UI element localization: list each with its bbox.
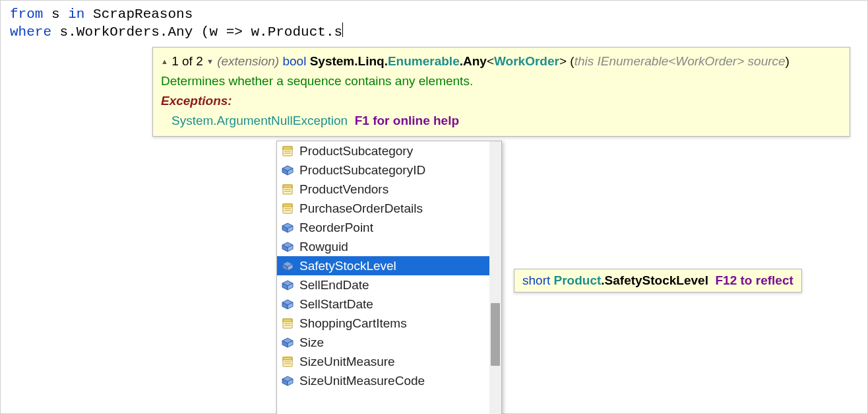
autocomplete-item[interactable]: SizeUnitMeasureCode [277,371,489,390]
field-icon [281,279,294,291]
exceptions-label: Exceptions: [160,91,843,111]
autocomplete-item-label: SafetyStockLevel [299,259,396,273]
field-icon [281,241,294,253]
code-text: ScrapReasons [84,7,193,22]
text-cursor [342,22,343,37]
autocomplete-item-label: ProductSubcategory [299,144,413,158]
sig-params: this IEnumerable<WorkOrder> source [574,54,786,68]
sig-class: Enumerable [388,54,460,68]
code-area[interactable]: from s in ScrapReasons where s.WorkOrder… [1,1,867,40]
extension-label: (extension) [217,54,282,68]
sig-method: Any [463,54,487,68]
keyword-from: from [10,7,43,22]
overload-counter: 1 of 2 [168,54,206,68]
member-class: Product [554,273,602,287]
autocomplete-item[interactable]: ShoppingCartItems [277,314,489,333]
exception-row: System.ArgumentNullException F1 for onli… [160,111,843,131]
autocomplete-item-label: SizeUnitMeasure [299,355,395,369]
member-name: SafetyStockLevel [605,273,708,287]
field-icon [281,337,294,349]
autocomplete-item-label: Size [299,335,324,350]
field-icon [281,260,294,272]
code-editor-pane[interactable]: from s in ScrapReasons where s.WorkOrder… [0,0,868,414]
autocomplete-item[interactable]: ProductSubcategory [277,141,489,160]
autocomplete-item[interactable]: Rowguid [277,237,489,256]
summary-text: Determines whether a sequence contains a… [160,71,843,91]
signature-line: ▲ 1 of 2 ▼ (extension) bool System.Linq.… [160,52,843,71]
autocomplete-item-label: ProductSubcategoryID [299,163,425,178]
autocomplete-item-label: ReorderPoint [299,221,373,235]
overload-up-arrow-icon[interactable]: ▲ [161,57,168,65]
autocomplete-item[interactable]: ReorderPoint [277,218,489,237]
autocomplete-item[interactable]: SafetyStockLevel [277,256,489,275]
member-tooltip: short Product.SafetyStockLevel F12 to re… [514,269,802,293]
autocomplete-item-label: ShoppingCartItems [299,316,407,331]
member-return-type: short [522,273,550,287]
autocomplete-list[interactable]: ProductSubcategoryProductSubcategoryIDPr… [277,141,489,414]
autocomplete-item[interactable]: SizeUnitMeasure [277,352,489,371]
overload-down-arrow-icon[interactable]: ▼ [206,57,214,65]
class-icon [281,356,294,368]
class-icon [281,318,294,329]
autocomplete-item-label: SellStartDate [299,297,373,312]
sig-generic-arg: WorkOrder [494,54,559,68]
class-icon [281,203,294,215]
code-text: s.WorkOrders.Any (w => w.Product.s [51,24,342,40]
autocomplete-item-label: Rowguid [299,240,348,254]
field-icon [281,298,294,310]
autocomplete-item-label: SellEndDate [299,278,369,293]
field-icon [281,375,294,387]
autocomplete-item[interactable]: PurchaseOrderDetails [277,199,489,218]
keyword-in: in [68,7,84,22]
class-icon [281,184,294,195]
autocomplete-item-label: PurchaseOrderDetails [299,201,423,216]
autocomplete-scrollbar[interactable] [489,141,501,414]
autocomplete-item[interactable]: Size [277,333,489,352]
autocomplete-item-label: ProductVendors [299,182,388,197]
f1-help-label: F1 for online help [355,114,459,127]
autocomplete-item[interactable]: ProductSubcategoryID [277,160,489,180]
autocomplete-item[interactable]: SellEndDate [277,275,489,294]
sig-ns: System.Linq. [310,54,388,68]
scrollbar-thumb[interactable] [491,303,500,366]
class-icon [281,145,294,157]
signature-tooltip: ▲ 1 of 2 ▼ (extension) bool System.Linq.… [152,47,850,137]
exception-name: System.ArgumentNullException [171,114,348,127]
autocomplete-popup[interactable]: ProductSubcategoryProductSubcategoryIDPr… [276,141,502,414]
field-icon [281,164,294,176]
f12-reflect-label: F12 to reflect [716,273,793,287]
autocomplete-item-label: SizeUnitMeasureCode [299,374,425,388]
autocomplete-item[interactable]: SellStartDate [277,294,489,314]
return-type: bool [282,54,306,68]
autocomplete-item[interactable]: ProductVendors [277,180,489,199]
field-icon [281,222,294,234]
keyword-where: where [10,24,51,40]
code-text: s [43,7,68,22]
